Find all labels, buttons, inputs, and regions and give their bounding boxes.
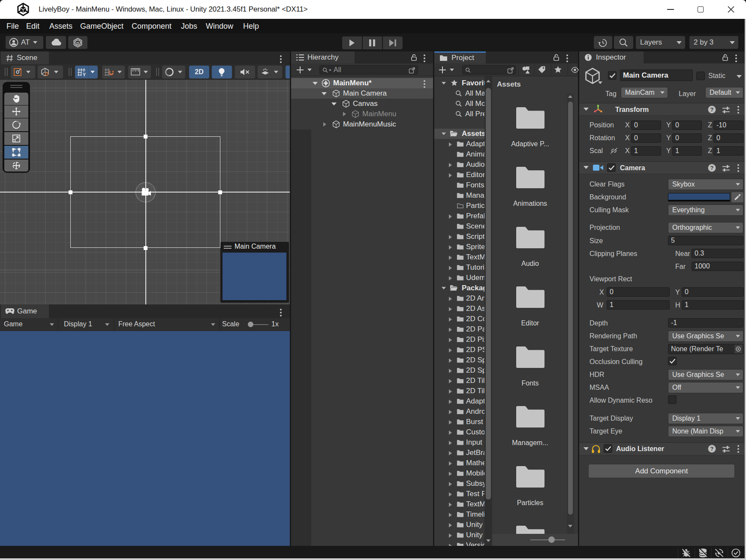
svg-text:D: D <box>76 41 79 45</box>
svg-text:?: ? <box>710 106 714 113</box>
svg-text:?: ? <box>710 446 714 452</box>
svg-text:?: ? <box>710 165 714 171</box>
svg-text:Y: Y <box>83 72 86 77</box>
